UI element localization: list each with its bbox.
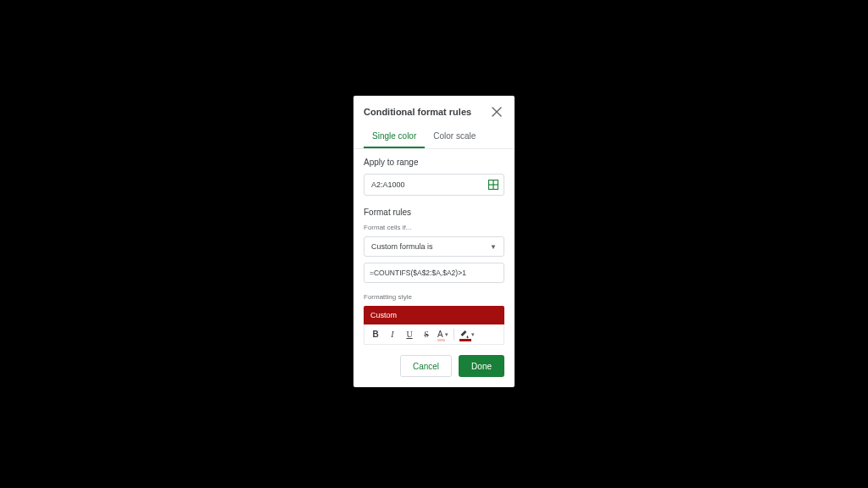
range-row: [364, 174, 504, 196]
range-input[interactable]: [364, 175, 483, 195]
panel-content: Apply to range Format rules Format cells…: [353, 149, 515, 387]
bold-icon[interactable]: B: [368, 327, 383, 342]
close-icon[interactable]: [489, 104, 504, 119]
text-color-swatch: [437, 339, 445, 341]
apply-to-range-label: Apply to range: [364, 158, 504, 167]
paint-bucket-icon: [459, 330, 470, 340]
toolbar-divider: [453, 329, 454, 341]
format-rules-label: Format rules: [364, 208, 504, 217]
strikethrough-icon[interactable]: S: [419, 327, 434, 342]
panel-footer: Cancel Done: [364, 355, 504, 377]
text-color-button[interactable]: A ▾: [436, 327, 450, 342]
condition-selected-text: Custom formula is: [371, 242, 433, 251]
chevron-down-icon: ▾: [445, 331, 448, 338]
format-toolbar: B I U S A ▾ ▾: [364, 324, 504, 345]
fill-color-button[interactable]: ▾: [458, 327, 476, 342]
tab-single-color[interactable]: Single color: [364, 125, 425, 148]
italic-icon[interactable]: I: [385, 327, 400, 342]
tabs-bar: Single color Color scale: [353, 125, 515, 149]
formula-input[interactable]: [364, 263, 504, 283]
select-range-grid-icon[interactable]: [483, 175, 504, 195]
style-preview[interactable]: Custom: [364, 306, 504, 324]
panel-title: Conditional format rules: [364, 107, 471, 117]
chevron-down-icon: ▼: [490, 243, 497, 251]
formatting-style-label: Formatting style: [364, 293, 504, 301]
fill-color-swatch: [459, 339, 471, 341]
condition-select[interactable]: Custom formula is ▼: [364, 236, 504, 257]
panel-header: Conditional format rules: [353, 96, 515, 125]
underline-icon[interactable]: U: [402, 327, 417, 342]
done-button[interactable]: Done: [459, 355, 504, 377]
conditional-format-panel: Conditional format rules Single color Co…: [353, 96, 515, 387]
tab-color-scale[interactable]: Color scale: [425, 125, 484, 148]
chevron-down-icon: ▾: [471, 331, 475, 338]
format-cells-if-label: Format cells if...: [364, 224, 504, 231]
cancel-button[interactable]: Cancel: [400, 355, 452, 377]
